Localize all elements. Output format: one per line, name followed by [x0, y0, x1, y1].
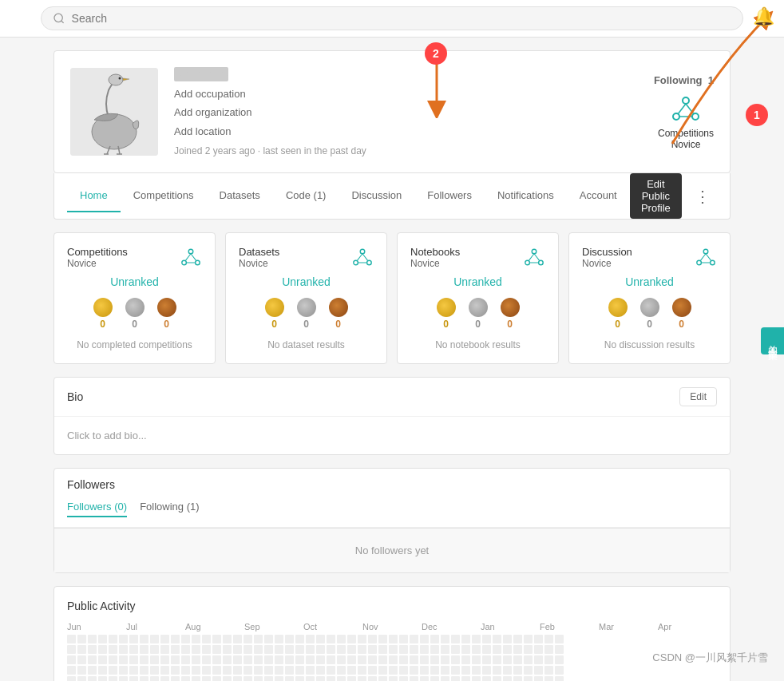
profile-right: Following 1 Competitions Novice	[654, 74, 714, 150]
activity-cell	[233, 666, 242, 675]
avatar	[70, 68, 158, 156]
stat-rank-competitions: Unranked	[67, 275, 202, 288]
more-options-button[interactable]: ⋮	[688, 184, 717, 209]
occupation-label[interactable]: Add occupation	[174, 85, 638, 103]
medal-silver-datasets: 0	[297, 298, 316, 330]
svg-point-21	[360, 249, 365, 254]
activity-cell	[555, 645, 564, 654]
activity-week	[368, 635, 377, 681]
activity-cell	[295, 645, 304, 654]
activity-cell	[378, 676, 387, 681]
svg-point-17	[196, 260, 200, 265]
stat-no-results-competitions: No completed competitions	[67, 339, 202, 350]
activity-cell	[368, 645, 377, 654]
organization-label[interactable]: Add organization	[174, 103, 638, 121]
svg-line-37	[706, 254, 711, 261]
activity-cell	[275, 676, 283, 681]
svg-line-19	[191, 254, 196, 261]
activity-cell	[420, 645, 429, 654]
edit-profile-button[interactable]: Edit Public Profile	[630, 173, 682, 219]
activity-cell	[119, 676, 128, 681]
tab-code[interactable]: Code (1)	[273, 180, 339, 212]
activity-cell	[129, 645, 138, 654]
activity-cell	[399, 676, 408, 681]
sidebar-tab[interactable]: 关闭全部菜	[761, 327, 784, 354]
activity-cell	[264, 655, 273, 664]
following-count: 1	[708, 74, 714, 86]
bio-content[interactable]: Click to add bio...	[54, 417, 730, 454]
activity-cell	[430, 666, 439, 675]
tab-notifications[interactable]: Notifications	[485, 180, 567, 212]
activity-cell	[482, 645, 491, 654]
activity-cell	[555, 635, 564, 643]
activity-cell	[244, 666, 252, 675]
followers-tab-followers[interactable]: Followers (0)	[67, 501, 127, 517]
followers-tab-following[interactable]: Following (1)	[140, 501, 199, 517]
activity-cell	[77, 645, 86, 654]
activity-cell	[368, 666, 377, 675]
tab-competitions[interactable]: Competitions	[121, 180, 207, 212]
activity-cell	[441, 635, 449, 643]
activity-cell	[337, 676, 346, 681]
bio-edit-button[interactable]: Edit	[679, 387, 717, 406]
activity-cell	[223, 655, 232, 664]
tab-datasets[interactable]: Datasets	[207, 180, 273, 212]
activity-cell	[347, 645, 356, 654]
activity-cell	[150, 655, 159, 664]
activity-cell	[451, 676, 460, 681]
activity-week	[358, 635, 366, 681]
tab-account[interactable]: Account	[567, 180, 630, 212]
svg-line-31	[534, 254, 540, 261]
activity-week	[430, 635, 439, 681]
activity-cell	[544, 655, 553, 664]
notification-bell[interactable]: 🔔	[753, 6, 774, 27]
followers-section: Followers Followers (0) Following (1) No…	[53, 468, 731, 573]
activity-cell	[140, 676, 148, 681]
activity-cell	[192, 676, 200, 681]
activity-cell	[513, 635, 522, 643]
stat-subtitle-datasets: Novice	[239, 258, 279, 269]
activity-cell	[254, 666, 263, 675]
following-info: Following 1	[654, 74, 714, 86]
activity-cell	[88, 666, 97, 675]
activity-cell	[555, 655, 564, 664]
activity-cell	[119, 666, 128, 675]
activity-cell	[337, 635, 346, 643]
search-input[interactable]	[72, 12, 731, 25]
activity-cell	[327, 655, 335, 664]
activity-cell	[150, 676, 159, 681]
profile-nav: Home Competitions Datasets Code (1) Disc…	[53, 173, 731, 220]
activity-cell	[358, 676, 366, 681]
activity-cell	[140, 666, 148, 675]
activity-cell	[275, 635, 283, 643]
tab-discussion[interactable]: Discussion	[339, 180, 414, 212]
activity-cell	[441, 676, 449, 681]
activity-week	[202, 635, 211, 681]
activity-cell	[534, 645, 543, 654]
location-label[interactable]: Add location	[174, 122, 638, 141]
activity-cell	[420, 635, 429, 643]
following-label: Following	[654, 74, 703, 86]
activity-week	[472, 635, 481, 681]
tab-followers[interactable]: Followers	[414, 180, 485, 212]
activity-week	[192, 635, 200, 681]
activity-cell	[493, 666, 501, 675]
activity-cell	[212, 676, 221, 681]
activity-cell	[88, 645, 97, 654]
activity-cell	[192, 645, 200, 654]
activity-week	[306, 635, 315, 681]
activity-week	[493, 635, 501, 681]
activity-cell	[430, 676, 439, 681]
activity-week	[160, 635, 169, 681]
activity-cell	[192, 666, 200, 675]
activity-cell	[410, 645, 418, 654]
activity-week	[171, 635, 180, 681]
activity-cell	[77, 635, 86, 643]
activity-cell	[378, 655, 387, 664]
activity-week	[150, 635, 159, 681]
tab-home[interactable]: Home	[67, 180, 121, 212]
competitions-novice-label: Competitions Novice	[658, 128, 714, 150]
badge-2: 2	[425, 42, 447, 65]
activity-cell	[140, 655, 148, 664]
activity-cell	[534, 635, 543, 643]
